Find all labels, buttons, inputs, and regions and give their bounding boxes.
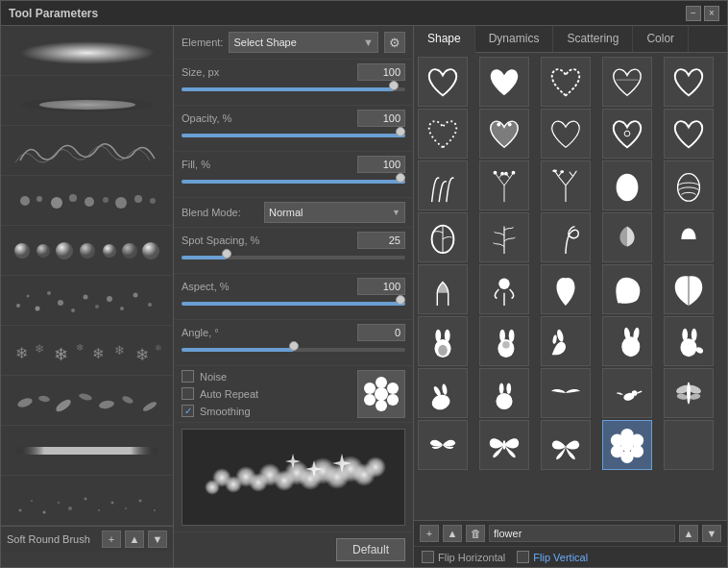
shape-cell-rabbit-hop[interactable] — [418, 368, 468, 418]
brush-item[interactable] — [1, 26, 173, 76]
brush-item[interactable] — [1, 476, 173, 526]
shape-cell-dotted-heart[interactable] — [418, 109, 468, 159]
brush-download-button[interactable]: ▼ — [148, 531, 167, 548]
shape-up-button[interactable]: ▲ — [443, 525, 462, 542]
flip-horizontal-checkbox[interactable]: Flip Horizontal — [422, 551, 505, 563]
brush-item[interactable] — [1, 176, 173, 226]
shape-cell-heart-simple[interactable] — [664, 109, 714, 159]
shape-cell-heart1[interactable] — [418, 57, 468, 107]
smoothing-checkbox-row[interactable]: Smoothing — [182, 405, 350, 417]
size-value[interactable]: 100 — [357, 63, 405, 81]
brush-list-panel: ❄ ❄ ❄ ❄ ❄ ❄ ❄ ❄ — [1, 26, 174, 567]
opacity-value[interactable]: 100 — [357, 110, 405, 127]
shape-cell-feather[interactable] — [602, 212, 652, 262]
brush-item[interactable] — [1, 76, 173, 126]
shape-cell-rabbit3[interactable] — [541, 316, 591, 366]
shape-cell-grass[interactable] — [418, 161, 468, 210]
auto-repeat-checkbox-row[interactable]: Auto Repeat — [182, 387, 350, 400]
minimize-button[interactable]: − — [686, 6, 701, 21]
shape-cell-heart2[interactable] — [479, 57, 529, 107]
flip-h-cb[interactable] — [422, 551, 434, 563]
close-button[interactable]: × — [704, 6, 719, 21]
brush-item[interactable] — [1, 226, 173, 276]
shape-cell-branch2[interactable] — [541, 161, 591, 210]
shape-cell-rabbit1[interactable] — [418, 316, 468, 366]
shape-cell-heart-floral[interactable] — [479, 109, 529, 159]
brush-item[interactable] — [1, 426, 173, 476]
shape-cell-big-leaf[interactable] — [664, 264, 714, 314]
flip-vertical-checkbox[interactable]: Flip Vertical — [517, 551, 588, 563]
size-slider[interactable] — [182, 84, 405, 95]
spot-spacing-slider[interactable] — [182, 252, 405, 263]
shape-cell-tulip[interactable] — [664, 212, 714, 262]
brush-item[interactable]: ❄ ❄ ❄ ❄ ❄ ❄ ❄ ❄ — [1, 326, 173, 376]
shape-cell-rabbit-sit[interactable] — [479, 368, 529, 418]
shape-cell-egg2[interactable] — [664, 161, 714, 210]
spot-spacing-value[interactable]: 25 — [357, 232, 405, 249]
brush-item[interactable] — [1, 276, 173, 326]
aspect-slider[interactable] — [182, 298, 405, 309]
shape-cell-tulip2[interactable] — [418, 264, 468, 314]
svg-point-27 — [107, 296, 112, 302]
svg-point-42 — [78, 392, 92, 401]
shape-export-button[interactable]: ▼ — [702, 525, 721, 542]
shape-cell-rabbit5[interactable] — [664, 316, 714, 366]
shape-cell-butterfly3[interactable] — [541, 420, 591, 470]
shape-cell-heart-sketch[interactable] — [541, 109, 591, 159]
angle-value[interactable]: 0 — [357, 324, 405, 341]
svg-point-45 — [141, 400, 158, 412]
opacity-slider[interactable] — [182, 130, 405, 141]
tab-dynamics[interactable]: Dynamics — [475, 26, 554, 52]
shape-cell-egg1[interactable] — [602, 161, 652, 210]
shape-name-input[interactable] — [489, 525, 675, 542]
element-select-dropdown[interactable]: Select Shape ▼ — [229, 32, 378, 53]
tab-scattering[interactable]: Scattering — [553, 26, 633, 52]
shape-cell-heart-outline2[interactable] — [602, 109, 652, 159]
shape-cell-dragonfly[interactable] — [664, 368, 714, 418]
shape-cell-leaf2[interactable] — [602, 264, 652, 314]
element-row: Element: Select Shape ▼ ⚙ — [174, 26, 413, 60]
shape-cell-heart5[interactable] — [664, 57, 714, 107]
brush-upload-button[interactable]: ▲ — [125, 531, 144, 548]
shape-cell-branch1[interactable] — [479, 161, 529, 210]
shape-cell-heart3[interactable] — [541, 57, 591, 107]
default-button[interactable]: Default — [336, 538, 405, 561]
brush-item[interactable] — [1, 376, 173, 426]
fill-slider[interactable] — [182, 176, 405, 187]
svg-point-126 — [676, 393, 688, 401]
shape-cell-leaf1[interactable] — [541, 264, 591, 314]
blend-mode-value: Normal — [269, 207, 303, 218]
shape-cell-plant1[interactable] — [418, 212, 468, 262]
shape-cell-flower2[interactable] — [479, 264, 529, 314]
tab-color[interactable]: Color — [633, 26, 689, 52]
shape-cell-butterfly-small[interactable] — [418, 420, 468, 470]
shape-cell-rabbit2[interactable] — [479, 316, 529, 366]
blend-mode-dropdown[interactable]: Normal ▼ — [264, 202, 405, 223]
flip-v-cb[interactable] — [517, 551, 529, 563]
remove-shape-button[interactable]: 🗑 — [466, 525, 485, 542]
noise-checkbox-row[interactable]: Noise — [182, 370, 350, 383]
brush-item[interactable] — [1, 126, 173, 176]
shape-down-button[interactable]: ▲ — [679, 525, 698, 542]
add-shape-button[interactable]: + — [420, 525, 439, 542]
shape-cell-butterfly-big[interactable] — [479, 420, 529, 470]
shape-cell-fern[interactable] — [479, 212, 529, 262]
svg-point-119 — [499, 383, 504, 394]
shape-cell-hummingbird[interactable] — [602, 368, 652, 418]
noise-checkbox[interactable] — [182, 370, 194, 383]
shape-cell-flower-selected[interactable] — [602, 420, 652, 470]
aspect-value[interactable]: 100 — [357, 278, 405, 295]
shape-cell-swallow[interactable] — [541, 368, 591, 418]
auto-repeat-checkbox[interactable] — [182, 387, 194, 400]
angle-slider[interactable] — [182, 344, 405, 356]
fill-value[interactable]: 100 — [357, 156, 405, 173]
shape-cell-heart4[interactable] — [602, 57, 652, 107]
add-brush-button[interactable]: + — [102, 531, 121, 548]
shape-cell-curly[interactable] — [541, 212, 591, 262]
shape-cell-rabbit4[interactable] — [602, 316, 652, 366]
gear-button[interactable]: ⚙ — [384, 32, 405, 53]
svg-point-84 — [508, 123, 512, 127]
svg-point-7 — [85, 197, 94, 207]
smoothing-checkbox[interactable] — [182, 405, 194, 417]
tab-shape[interactable]: Shape — [414, 26, 475, 53]
